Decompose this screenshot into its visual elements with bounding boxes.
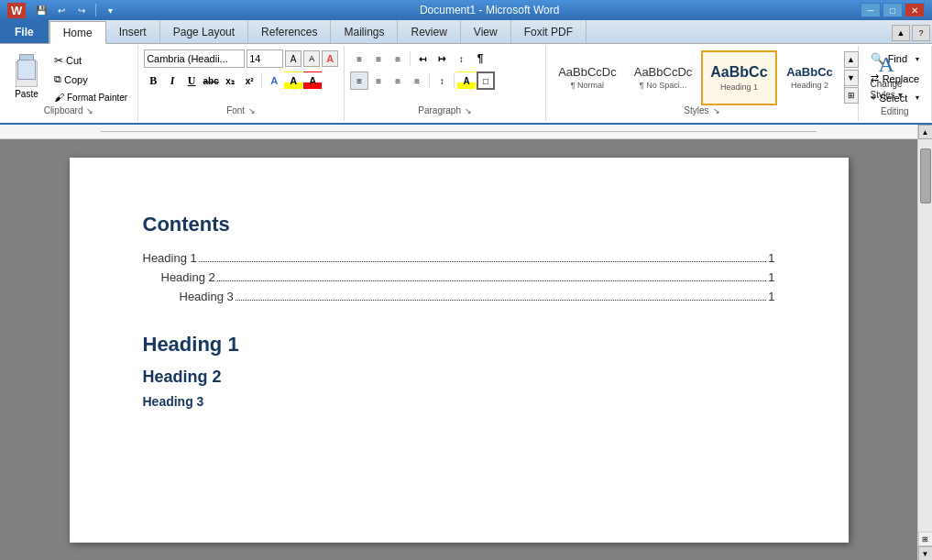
format-painter-button[interactable]: 🖌 Format Painter (49, 89, 132, 105)
replace-button[interactable]: ⇄ Replace (864, 70, 926, 87)
word-logo: W (7, 3, 26, 18)
strikethrough-button[interactable]: abc (202, 71, 220, 90)
numbering-button[interactable]: ≡ (369, 49, 388, 68)
heading1-content[interactable]: Heading 1 (143, 333, 775, 357)
view-options-button[interactable]: ⊞ (918, 532, 933, 546)
minimize-button[interactable]: ─ (861, 3, 881, 17)
clipboard-controls: Paste ✂ Cut ⧉ Copy 🖌 Format Painter (5, 49, 132, 105)
align-center-button[interactable]: ≡ (369, 71, 388, 90)
select-button[interactable]: ⌖ Select ▾ (864, 89, 926, 106)
scroll-down-button[interactable]: ▼ (918, 546, 933, 560)
replace-icon: ⇄ (871, 72, 879, 84)
tab-file[interactable]: File (0, 20, 49, 43)
superscript-button[interactable]: x² (240, 71, 258, 90)
heading3-content[interactable]: Heading 3 (143, 394, 775, 409)
scroll-up-button[interactable]: ▲ (918, 125, 933, 139)
paste-label: Paste (15, 89, 38, 99)
decrease-indent-button[interactable]: ↤ (413, 49, 432, 68)
heading2-content[interactable]: Heading 2 (143, 368, 775, 387)
style-no-spacing[interactable]: AaBbCcDc ¶ No Spaci... (626, 50, 701, 105)
italic-button[interactable]: I (163, 71, 181, 90)
find-dropdown-icon: ▾ (916, 55, 919, 63)
copy-icon: ⧉ (54, 73, 61, 85)
format-painter-icon: 🖌 (54, 92, 64, 103)
tab-foxit[interactable]: Foxit PDF (511, 20, 587, 43)
help-button[interactable]: ? (912, 25, 930, 41)
paragraph-label-text: Paragraph (418, 105, 461, 115)
quick-customize[interactable]: ▾ (102, 3, 118, 17)
show-formatting-button[interactable]: ¶ (471, 49, 489, 68)
editing-group-label: Editing (881, 106, 909, 118)
sort-button[interactable]: ↕ (452, 49, 470, 68)
clear-formatting-button[interactable]: A (322, 50, 338, 67)
font-label-text: Font (226, 105, 245, 115)
align-right-button[interactable]: ≡ (389, 71, 407, 90)
toc-entry-2-page: 1 (768, 270, 774, 284)
align-left-button[interactable]: ≡ (350, 71, 368, 90)
quick-undo[interactable]: ↩ (53, 3, 70, 17)
tab-page-layout[interactable]: Page Layout (160, 20, 248, 43)
window-title: Document1 - Microsoft Word (118, 4, 861, 16)
font-name-input[interactable] (144, 49, 245, 68)
subscript-button[interactable]: x₂ (221, 71, 239, 90)
font-shrink-button[interactable]: A (303, 50, 320, 67)
multilevel-list-button[interactable]: ≡ (389, 49, 407, 68)
font-color-button[interactable]: A (303, 71, 322, 90)
text-highlight-button[interactable]: A (284, 71, 302, 90)
paste-button[interactable]: Paste (5, 49, 48, 102)
scroll-track[interactable] (918, 139, 932, 532)
maximize-button[interactable]: □ (883, 3, 903, 17)
styles-expand[interactable]: ⊞ (844, 87, 859, 104)
styles-expand-icon[interactable]: ↘ (713, 106, 720, 115)
bold-button[interactable]: B (144, 71, 162, 90)
style-nospace-preview: AaBbCcDc (634, 65, 693, 79)
ribbon-tabs: File Home Insert Page Layout References … (0, 20, 932, 44)
styles-group-label: Styles ↘ (684, 105, 719, 117)
font-expand-icon[interactable]: ↘ (248, 106, 256, 115)
styles-scroll-up[interactable]: ▲ (844, 51, 859, 68)
document-page[interactable]: Contents Heading 1 1 Heading 2 1 Heading… (70, 158, 849, 543)
tab-references[interactable]: References (248, 20, 331, 43)
increase-indent-button[interactable]: ↦ (433, 49, 451, 68)
font-grow-button[interactable]: A (285, 50, 302, 67)
ribbon-group-editing: 🔍 Find ▾ ⇄ Replace ⌖ Select ▾ Editing (859, 46, 932, 121)
toc-entry-3-text: Heading 3 (180, 290, 234, 303)
shading-button[interactable]: A (457, 71, 476, 90)
text-effects-button[interactable]: A (265, 71, 283, 90)
paragraph-expand-icon[interactable]: ↘ (465, 106, 472, 115)
tab-mailings[interactable]: Mailings (331, 20, 398, 43)
style-heading1[interactable]: AaBbCc Heading 1 (701, 50, 776, 105)
tab-insert[interactable]: Insert (106, 20, 160, 43)
font-name-row: A A A (144, 49, 338, 68)
toc-entry-1-text: Heading 1 (143, 251, 197, 265)
styles-scroll-down[interactable]: ▼ (844, 70, 859, 86)
clipboard-expand-icon[interactable]: ↘ (86, 106, 93, 115)
cut-button[interactable]: ✂ Cut (49, 51, 132, 70)
paragraph-group-label: Paragraph ↘ (418, 105, 472, 117)
ribbon-group-paragraph: ≡ ≡ ≡ ↤ ↦ ↕ ¶ ≡ ≡ ≡ ≡ ↕ A □ Para (345, 46, 546, 121)
document-scroll-area[interactable]: Contents Heading 1 1 Heading 2 1 Heading… (0, 125, 917, 560)
search-icon: 🔍 (871, 52, 884, 65)
underline-button[interactable]: U (182, 71, 201, 90)
find-label: Find (888, 53, 907, 64)
tab-home[interactable]: Home (49, 21, 106, 44)
font-size-input[interactable] (247, 49, 283, 68)
tab-review[interactable]: Review (398, 20, 460, 43)
fmt-separator (261, 73, 262, 88)
quick-save[interactable]: 💾 (33, 3, 49, 17)
ribbon-collapse-button[interactable]: ▲ (892, 25, 910, 41)
tab-view[interactable]: View (461, 20, 511, 43)
style-heading2[interactable]: AaBbCc Heading 2 (778, 50, 842, 105)
toc-entry-3-page: 1 (768, 290, 774, 303)
bullets-button[interactable]: ≡ (350, 49, 368, 68)
find-button[interactable]: 🔍 Find ▾ (864, 49, 926, 68)
borders-button[interactable]: □ (477, 71, 495, 90)
copy-button[interactable]: ⧉ Copy (49, 71, 132, 88)
justify-button[interactable]: ≡ (408, 71, 426, 90)
close-button[interactable]: ✕ (905, 3, 925, 17)
quick-redo[interactable]: ↪ (73, 3, 90, 17)
scroll-thumb[interactable] (920, 148, 931, 203)
editing-controls: 🔍 Find ▾ ⇄ Replace ⌖ Select ▾ (864, 49, 926, 106)
line-spacing-button[interactable]: ↕ (433, 71, 451, 90)
style-normal[interactable]: AaBbCcDc ¶ Normal (550, 50, 625, 105)
